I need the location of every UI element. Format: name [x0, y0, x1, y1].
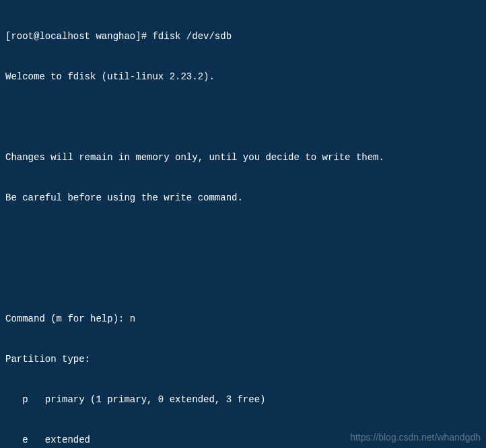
output-line: e extended — [5, 433, 481, 447]
output-line: Changes will remain in memory only, unti… — [5, 151, 481, 164]
output-line: Partition type: — [5, 352, 481, 366]
output-line — [5, 272, 481, 285]
output-line — [5, 110, 481, 124]
output-line: Be careful before using the write comman… — [5, 191, 481, 204]
command-line: [root@localhost wanghao]# fdisk /dev/sdb — [5, 30, 481, 43]
terminal-output[interactable]: [root@localhost wanghao]# fdisk /dev/sdb… — [0, 0, 486, 448]
prompt-line: Command (m for help): n — [5, 312, 481, 326]
output-line: p primary (1 primary, 0 extended, 3 free… — [5, 393, 481, 406]
output-line: Welcome to fdisk (util-linux 2.23.2). — [5, 70, 481, 83]
output-line — [5, 231, 481, 245]
